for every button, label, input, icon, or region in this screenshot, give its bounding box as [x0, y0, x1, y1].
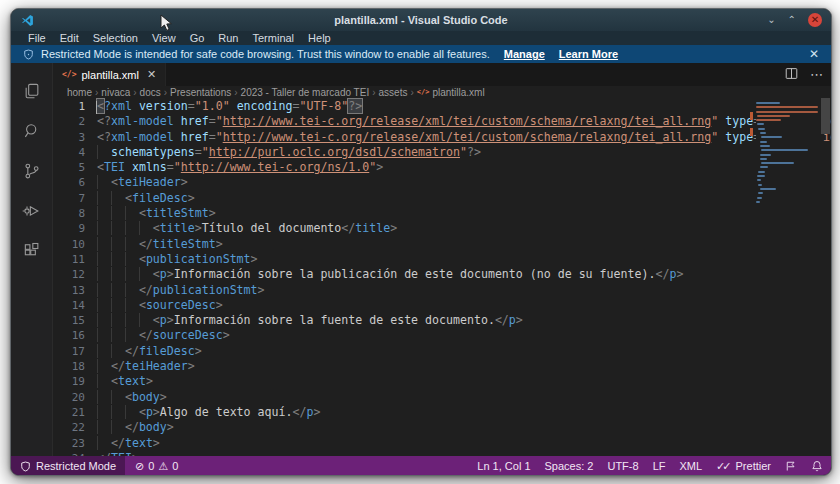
- code-line[interactable]: 6 <teiHeader>: [53, 175, 831, 190]
- code-line[interactable]: 5<TEI xmlns="http://www.tei-c.org/ns/1.0…: [53, 160, 831, 175]
- breadcrumb-item[interactable]: 2023 - Taller de marcado TEI: [241, 87, 370, 98]
- window-title: plantilla.xml - Visual Studio Code: [11, 14, 831, 26]
- restricted-mode-badge[interactable]: Restricted Mode: [11, 456, 125, 476]
- source-control-icon[interactable]: [11, 151, 53, 191]
- status-indentation[interactable]: Spaces: 2: [545, 460, 594, 472]
- code-line[interactable]: 8 <titleStmt>: [53, 206, 831, 221]
- explorer-icon[interactable]: [11, 71, 53, 111]
- minimap-line: [757, 115, 790, 117]
- breadcrumb-item[interactable]: home: [67, 87, 92, 98]
- code-line[interactable]: 22 </body>: [53, 420, 831, 435]
- menu-edit[interactable]: Edit: [53, 32, 86, 44]
- minimap-line: [760, 188, 776, 190]
- code-line[interactable]: 23 </text>: [53, 436, 831, 451]
- code-editor[interactable]: 1<?xml version="1.0" encoding="UTF-8"?>2…: [53, 98, 831, 456]
- minimize-icon[interactable]: ⌄: [767, 15, 775, 25]
- minimap-line: [760, 154, 771, 156]
- code-line[interactable]: 9 <title>Título del documento</title>: [53, 221, 831, 236]
- code-line[interactable]: 21 <p>Algo de texto aquí.</p>: [53, 405, 831, 420]
- title-bar[interactable]: plantilla.xml - Visual Studio Code ⌄ ⌃ ✕: [11, 9, 831, 31]
- shield-icon: [23, 49, 34, 60]
- code-text: <?xml version="1.0" encoding="UTF-8"?>: [97, 99, 362, 114]
- code-line[interactable]: 15 <p>Información sobre la fuente de est…: [53, 313, 831, 328]
- learn-more-link[interactable]: Learn More: [559, 48, 618, 60]
- code-line[interactable]: 3<?xml-model href="http://www.tei-c.org/…: [53, 130, 831, 145]
- minimap-line: [756, 119, 781, 121]
- text-cursor: [96, 101, 97, 114]
- menu-go[interactable]: Go: [183, 32, 212, 44]
- split-editor-icon[interactable]: [785, 66, 798, 84]
- code-text: <TEI xmlns="http://www.tei-c.org/ns/1.0"…: [97, 160, 383, 175]
- minimap-line: [758, 192, 762, 194]
- code-line[interactable]: 14 <sourceDesc>: [53, 298, 831, 313]
- code-line[interactable]: 18 </teiHeader>: [53, 359, 831, 374]
- breadcrumb-item[interactable]: nivaca: [101, 87, 130, 98]
- menu-selection[interactable]: Selection: [86, 32, 145, 44]
- minimap[interactable]: [756, 98, 823, 456]
- code-text: <p>Información sobre la publicación de e…: [97, 267, 683, 282]
- breadcrumb-item[interactable]: assets: [379, 87, 408, 98]
- code-line[interactable]: 19 <text>: [53, 374, 831, 389]
- manage-link[interactable]: Manage: [504, 48, 545, 60]
- banner-close-icon[interactable]: ✕: [809, 47, 819, 61]
- code-line[interactable]: 16 </sourceDesc>: [53, 328, 831, 343]
- breadcrumb-item[interactable]: plantilla.xml: [432, 87, 484, 98]
- overview-ruler-mark: [750, 128, 753, 136]
- status-encoding[interactable]: UTF-8: [607, 460, 638, 472]
- vertical-scrollbar[interactable]: [821, 98, 830, 134]
- restricted-mode-label: Restricted Mode: [36, 460, 116, 472]
- code-line[interactable]: 10 </titleStmt>: [53, 237, 831, 252]
- extensions-icon[interactable]: [11, 231, 53, 271]
- code-line[interactable]: 12 <p>Información sobre la publicación d…: [53, 267, 831, 282]
- menu-terminal[interactable]: Terminal: [246, 32, 302, 44]
- menu-file[interactable]: File: [21, 32, 53, 44]
- code-line[interactable]: 2<?xml-model href="http://www.tei-c.org/…: [53, 114, 831, 129]
- more-actions-icon[interactable]: ⋯: [810, 67, 823, 82]
- overview-ruler-mark: [750, 112, 753, 120]
- status-eol[interactable]: LF: [653, 460, 666, 472]
- close-window-icon[interactable]: ✕: [808, 13, 822, 27]
- problems-badge[interactable]: ⊘ 0 ⚠ 0: [125, 460, 188, 473]
- menu-run[interactable]: Run: [211, 32, 245, 44]
- code-line[interactable]: 1<?xml version="1.0" encoding="UTF-8"?>: [53, 99, 831, 114]
- status-cursor-position[interactable]: Ln 1, Col 1: [477, 460, 530, 472]
- code-line[interactable]: 20 <body>: [53, 390, 831, 405]
- run-and-debug-icon[interactable]: [11, 191, 53, 231]
- tab-plantilla-xml[interactable]: </> plantilla.xml ✕: [53, 63, 166, 86]
- search-icon[interactable]: [11, 111, 53, 151]
- vscode-logo-icon: [21, 14, 34, 27]
- minimap-line: [758, 184, 762, 186]
- minimap-line: [756, 201, 760, 203]
- line-number: 3: [53, 130, 85, 145]
- code-text: </publicationStmt>: [97, 283, 265, 298]
- line-number: 1: [53, 99, 85, 114]
- feedback-flag-icon[interactable]: [785, 460, 797, 472]
- tab-close-icon[interactable]: ✕: [147, 68, 156, 81]
- code-text: <titleStmt>: [97, 206, 216, 221]
- breadcrumb-item[interactable]: docs: [140, 87, 161, 98]
- breadcrumb-item[interactable]: Presentations: [170, 87, 231, 98]
- code-text: </sourceDesc>: [97, 328, 230, 343]
- line-number: 9: [53, 221, 85, 236]
- menu-help[interactable]: Help: [301, 32, 338, 44]
- code-text: <?xml-model href="http://www.tei-c.org/r…: [97, 130, 831, 145]
- menu-view[interactable]: View: [145, 32, 183, 44]
- code-text: </text>: [97, 436, 160, 451]
- notifications-bell-icon[interactable]: [811, 460, 823, 472]
- line-number: 23: [53, 436, 85, 451]
- status-language-mode[interactable]: XML: [679, 460, 702, 472]
- status-formatter-prettier[interactable]: ✓✓Prettier: [716, 460, 771, 473]
- code-line[interactable]: 7 <fileDesc>: [53, 191, 831, 206]
- maximize-icon[interactable]: ⌃: [788, 15, 796, 25]
- code-line[interactable]: 4 schematypens="http://purl.oclc.org/dsd…: [53, 145, 831, 160]
- code-text: </fileDesc>: [97, 344, 202, 359]
- line-number: 12: [53, 267, 85, 282]
- code-line[interactable]: 17 </fileDesc>: [53, 344, 831, 359]
- code-line[interactable]: 11 <publicationStmt>: [53, 252, 831, 267]
- line-number: 19: [53, 374, 85, 389]
- minimap-line: [756, 106, 818, 108]
- errors-icon: ⊘: [135, 460, 144, 473]
- code-line[interactable]: 13 </publicationStmt>: [53, 283, 831, 298]
- xml-file-icon: </>: [417, 88, 430, 96]
- minimap-line: [758, 171, 765, 173]
